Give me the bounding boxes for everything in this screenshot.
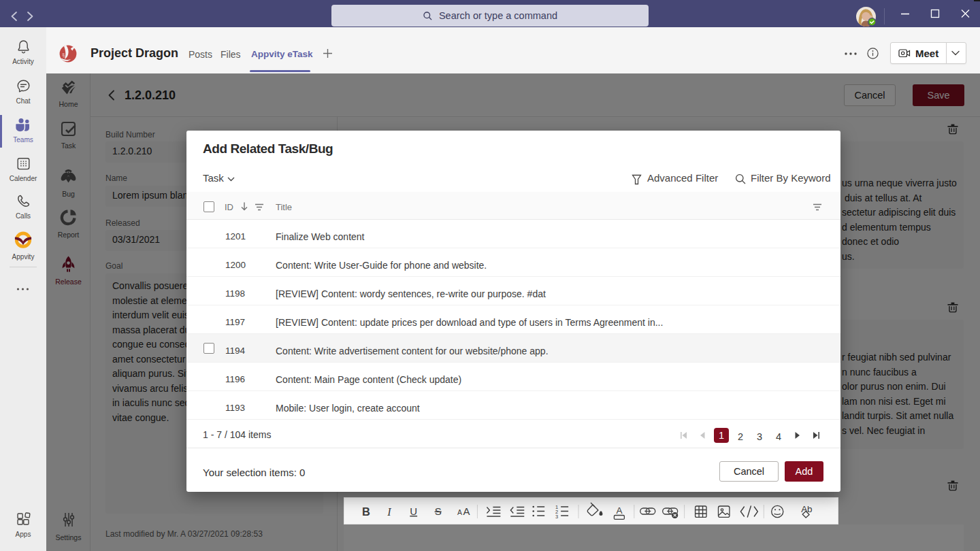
- svg-text:I: I: [387, 506, 391, 518]
- svg-text:U: U: [410, 505, 417, 517]
- svg-text:A: A: [457, 509, 462, 516]
- svg-text:Ab: Ab: [801, 504, 812, 514]
- svg-text:3: 3: [555, 514, 558, 520]
- svg-text:S: S: [435, 505, 442, 517]
- svg-text:A: A: [463, 505, 470, 517]
- svg-text:B: B: [362, 505, 370, 518]
- svg-text:A: A: [616, 505, 622, 516]
